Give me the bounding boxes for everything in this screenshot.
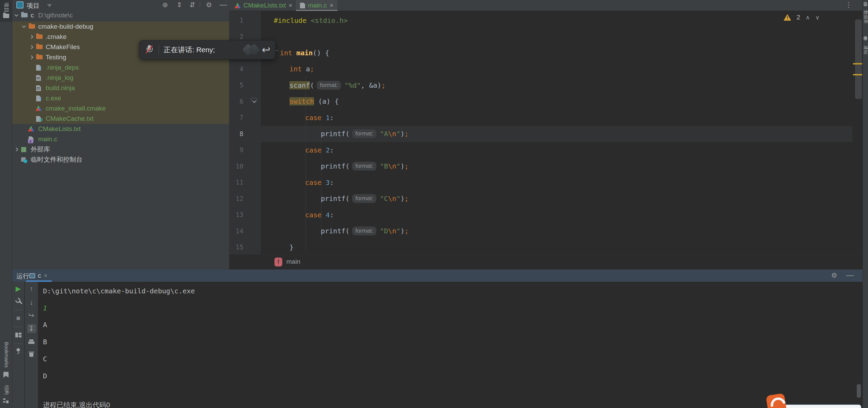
tree-row-cmakecache[interactable]: ⚙ CMakeCache.txt [12, 114, 229, 124]
line-number: 11 [229, 174, 243, 191]
ime-logo-icon[interactable] [766, 393, 787, 408]
tree-label: .ninja_log [46, 73, 73, 83]
hide-run-panel-icon[interactable]: — [846, 271, 854, 279]
overlay-divider [159, 45, 159, 55]
breadcrumb-function-name[interactable]: main [286, 258, 300, 265]
root-name: c [31, 10, 34, 20]
stop-button[interactable]: ■ [12, 314, 24, 322]
warning-stripe-mark[interactable] [853, 63, 862, 64]
code-line-9: case 2: [261, 142, 334, 158]
tree-row-main-c[interactable]: c main.c [12, 134, 229, 144]
chevron-down-icon[interactable] [22, 24, 26, 28]
run-toolbar-console: ↑ ↓ ↪ ↧ [25, 282, 38, 408]
inspections-widget[interactable]: 2 ∧ ∨ [784, 14, 820, 21]
tab-cmakelists[interactable]: CMakeLists.txt × [230, 0, 297, 11]
restore-layout-button[interactable] [12, 331, 24, 339]
prev-warning-icon[interactable]: ∧ [806, 14, 810, 21]
down-stacktrace-button[interactable]: ↓ [25, 298, 38, 306]
close-icon[interactable]: × [289, 2, 293, 9]
run-console-body: ▶ ■ ↑ ↓ ↪ ↧ D:\git\note\c\cmake-build-de… [12, 282, 863, 408]
line-number: 7 [229, 110, 243, 126]
tree-row-ninja-log[interactable]: .ninja_log [12, 73, 229, 83]
next-warning-icon[interactable]: ∨ [815, 14, 820, 21]
stripe-database-label[interactable]: 数据库 [863, 11, 868, 24]
ime-toolbar[interactable] [783, 405, 861, 408]
build-settings-button[interactable] [12, 297, 24, 306]
tree-row-ninja-deps[interactable]: ? .ninja_deps [12, 62, 229, 73]
chevron-right-icon[interactable] [29, 45, 33, 49]
stripe-notifications-label[interactable]: 通知 [863, 45, 868, 54]
cmake-file-icon [35, 105, 42, 111]
tree-row-cmakelists[interactable]: CMakeLists.txt [12, 124, 229, 134]
code-line-6: switch (a) { [261, 93, 339, 110]
locate-file-icon[interactable]: ⊕ [162, 1, 168, 9]
tree-row-c-exe[interactable]: ? c.exe [12, 93, 229, 103]
console-output-line: C [43, 354, 47, 364]
rerun-button[interactable]: ▶ [12, 285, 24, 293]
warning-icon [784, 14, 791, 21]
up-stacktrace-button[interactable]: ↑ [25, 285, 38, 293]
bell-icon[interactable] [864, 36, 867, 40]
more-tabs-icon[interactable]: ⋮ [845, 1, 852, 9]
editor-scrollbar[interactable] [855, 19, 862, 99]
tree-row-external-libraries[interactable]: 外部库 [12, 144, 229, 155]
console-command-line[interactable]: D:\git\note\c\cmake-build-debug\c.exe [43, 286, 195, 296]
left-tool-stripe: 项目 Bookmarks 结构 [0, 0, 12, 408]
line-number: 12 [229, 191, 243, 207]
tree-row-root[interactable]: c D:\git\note\c [12, 10, 229, 20]
question-mark-icon: ? [39, 67, 42, 71]
print-button[interactable] [25, 338, 38, 347]
tree-row-cmake-install[interactable]: cmake_install.cmake [12, 103, 229, 114]
stripe-structure-label[interactable]: 结构 [3, 385, 10, 395]
project-tool-icon [16, 1, 24, 9]
bookmark-icon[interactable] [3, 372, 9, 378]
speaking-status-text: 正在讲话: Reny; [164, 45, 215, 55]
warning-count: 2 [797, 14, 800, 21]
overlay-logo-group: ↩ [244, 45, 270, 55]
panel-settings-gear-icon[interactable]: ⚙ [206, 1, 212, 9]
code-editor[interactable]: 1 2 4 5 6 7 8 9 10 11 12 13 14 15 #inclu… [229, 11, 863, 254]
console-user-input[interactable]: 1 [43, 303, 47, 313]
c-file-icon [300, 3, 305, 9]
tab-label: CMakeLists.txt [243, 2, 286, 9]
chevron-right-icon[interactable] [29, 55, 33, 59]
hide-panel-icon[interactable]: — [220, 1, 227, 9]
root-path: D:\git\note\c [38, 10, 73, 20]
line-number: 13 [229, 207, 243, 223]
collapse-all-icon[interactable]: ⇵ [190, 1, 195, 9]
chevron-right-icon[interactable] [14, 147, 18, 151]
toolbar-divider [14, 344, 23, 344]
close-icon[interactable]: × [330, 2, 333, 9]
code-line-5: scanf(format:"%d", &a); [261, 77, 386, 93]
run-settings-gear-icon[interactable]: ⚙ [831, 271, 837, 279]
tree-row-cmake-build-debug[interactable]: cmake-build-debug [12, 21, 229, 32]
cmake-file-icon [235, 3, 241, 8]
console-output-line: B [43, 337, 47, 347]
stripe-bookmarks-label[interactable]: Bookmarks [4, 342, 10, 367]
soft-wrap-button[interactable]: ↪ [25, 311, 38, 319]
expand-all-icon[interactable]: ⇕ [177, 1, 182, 9]
database-icon[interactable] [864, 2, 867, 6]
folder-icon [36, 34, 43, 39]
tab-main-c[interactable]: main.c × [296, 0, 338, 11]
pin-tab-button[interactable] [12, 348, 24, 356]
console-scrollbar[interactable] [857, 384, 861, 398]
project-dropdown-icon[interactable] [47, 4, 52, 7]
tree-row-build-ninja[interactable]: build.ninja [12, 83, 229, 93]
code-line-4: int a; [261, 61, 314, 77]
structure-icon[interactable] [3, 398, 5, 403]
tree-row-scratches[interactable]: 临时文件和控制台 [12, 155, 229, 165]
console-output-line: A [43, 320, 47, 330]
scroll-to-end-button[interactable]: ↧ [25, 324, 38, 333]
text-file-icon [36, 85, 41, 91]
chevron-right-icon[interactable] [29, 35, 33, 39]
close-icon[interactable]: × [44, 272, 48, 279]
wrench-icon [15, 297, 22, 304]
run-console-tab[interactable]: c × [27, 269, 50, 282]
stripe-button-project[interactable]: 项目 [0, 0, 12, 22]
warning-stripe-mark[interactable] [853, 74, 862, 75]
chevron-down-icon[interactable] [14, 13, 18, 16]
tree-label: cmake_install.cmake [46, 103, 106, 114]
right-tool-stripe: 数据库 通知 [863, 0, 868, 408]
clear-console-button[interactable] [25, 351, 38, 359]
